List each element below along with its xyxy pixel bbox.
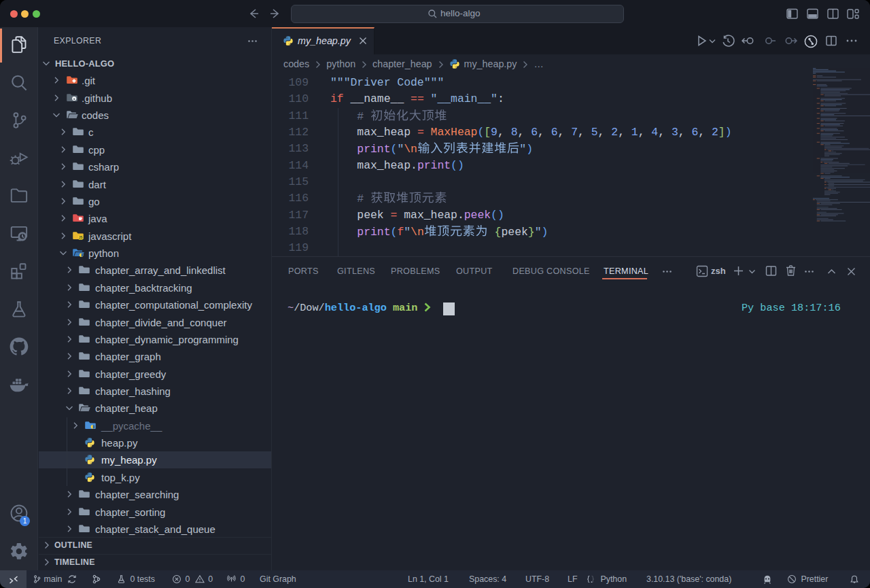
svg-text:JS: JS [78,236,83,239]
